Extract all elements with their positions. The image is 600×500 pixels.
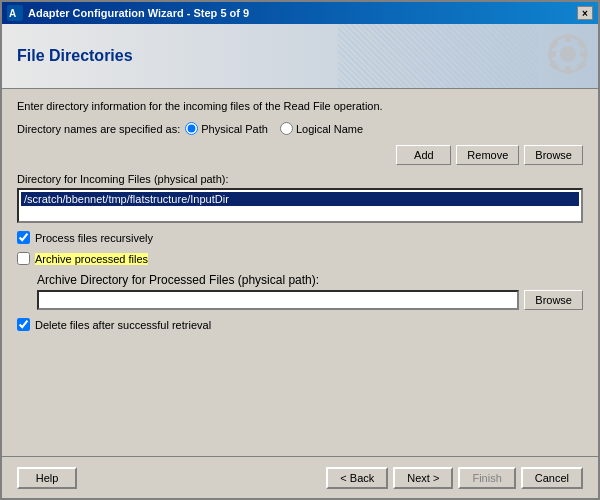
dir-section-label: Directory for Incoming Files (physical p… [17, 173, 583, 185]
page-title: File Directories [17, 47, 133, 65]
close-button[interactable]: × [577, 6, 593, 20]
directory-label: Directory names are specified as: [17, 123, 180, 135]
main-window: A Adapter Configuration Wizard - Step 5 … [0, 0, 600, 500]
help-button[interactable]: Help [17, 467, 77, 489]
remove-button[interactable]: Remove [456, 145, 519, 165]
browse-button[interactable]: Browse [524, 145, 583, 165]
radio-logical[interactable] [280, 122, 293, 135]
process-recursive-checkbox[interactable] [17, 231, 30, 244]
svg-point-3 [560, 46, 576, 62]
archive-input[interactable] [37, 290, 519, 310]
footer: Help < Back Next > Finish Cancel [2, 456, 598, 498]
svg-rect-5 [565, 66, 571, 74]
svg-rect-6 [548, 51, 556, 57]
process-recursive-label: Process files recursively [35, 232, 153, 244]
title-bar: A Adapter Configuration Wizard - Step 5 … [2, 2, 598, 24]
archive-input-row: Browse [37, 290, 583, 310]
delete-files-checkbox[interactable] [17, 318, 30, 331]
add-button[interactable]: Add [396, 145, 451, 165]
radio-logical-label[interactable]: Logical Name [280, 122, 363, 135]
title-bar-content: A Adapter Configuration Wizard - Step 5 … [7, 5, 249, 21]
archive-checkbox[interactable] [17, 252, 30, 265]
next-button[interactable]: Next > [393, 467, 453, 489]
back-button[interactable]: < Back [326, 467, 388, 489]
radio-physical-text: Physical Path [201, 123, 268, 135]
directory-type-row: Directory names are specified as: Physic… [17, 122, 583, 135]
archive-section: Archive Directory for Processed Files (p… [37, 273, 583, 310]
cancel-button[interactable]: Cancel [521, 467, 583, 489]
directory-list-item: /scratch/bbennet/tmp/flatstructure/Input… [21, 192, 579, 206]
process-recursive-row: Process files recursively [17, 231, 583, 244]
info-text: Enter directory information for the inco… [17, 99, 583, 114]
archive-row: Archive processed files [17, 252, 583, 265]
delete-files-label: Delete files after successful retrieval [35, 319, 211, 331]
content-area: Enter directory information for the inco… [2, 89, 598, 456]
radio-group: Physical Path Logical Name [185, 122, 363, 135]
app-icon: A [7, 5, 23, 21]
archive-label: Archive processed files [35, 253, 148, 265]
action-button-row: Add Remove Browse [17, 145, 583, 165]
archive-dir-label: Archive Directory for Processed Files (p… [37, 273, 583, 287]
radio-physical[interactable] [185, 122, 198, 135]
header-decoration [338, 24, 538, 89]
finish-button[interactable]: Finish [458, 467, 515, 489]
svg-rect-7 [580, 51, 588, 57]
header-area: File Directories [2, 24, 598, 89]
svg-rect-4 [565, 34, 571, 42]
archive-browse-button[interactable]: Browse [524, 290, 583, 310]
footer-nav-buttons: < Back Next > Finish Cancel [326, 467, 583, 489]
delete-files-row: Delete files after successful retrieval [17, 318, 583, 331]
gear-icon [533, 29, 593, 84]
svg-text:A: A [9, 8, 16, 19]
directory-list[interactable]: /scratch/bbennet/tmp/flatstructure/Input… [17, 188, 583, 223]
title-bar-text: Adapter Configuration Wizard - Step 5 of… [28, 7, 249, 19]
radio-logical-text: Logical Name [296, 123, 363, 135]
radio-physical-label[interactable]: Physical Path [185, 122, 268, 135]
directory-section: Directory for Incoming Files (physical p… [17, 173, 583, 223]
